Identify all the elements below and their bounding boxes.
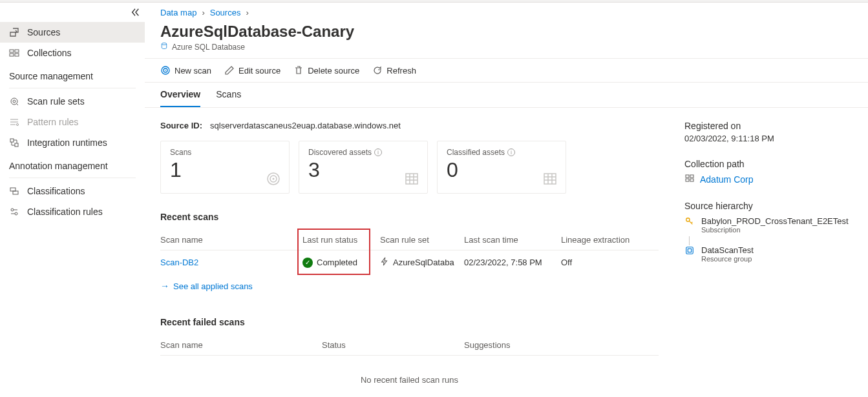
- lineage-value: Off: [561, 250, 659, 275]
- sidebar-item-scan-rule-sets[interactable]: Scan rule sets: [0, 91, 145, 112]
- svg-rect-25: [690, 179, 693, 181]
- sidebar-item-integration-runtimes[interactable]: Integration runtimes: [0, 132, 145, 153]
- edit-source-button[interactable]: Edit source: [224, 65, 281, 76]
- sidebar-item-classifications[interactable]: Classifications: [0, 181, 145, 201]
- th-last-run-status[interactable]: Last run status: [302, 230, 380, 250]
- card-scans-label: Scans: [170, 148, 280, 157]
- new-scan-button[interactable]: New scan: [160, 65, 211, 76]
- arrow-right-icon: →: [160, 281, 169, 291]
- sidebar-item-label: Sources: [27, 27, 60, 37]
- sidebar-heading-source-management: Source management: [0, 63, 145, 85]
- svg-point-16: [165, 70, 166, 71]
- key-icon: [684, 216, 695, 227]
- card-discovered-value: 3: [308, 158, 418, 182]
- svg-rect-8: [15, 143, 18, 147]
- scan-name-link[interactable]: Scan-DB2: [160, 258, 198, 267]
- lightning-icon: [380, 257, 389, 268]
- table-grid-icon: [404, 171, 419, 187]
- status-text: Completed: [317, 258, 357, 267]
- classification-rules-icon: [9, 207, 19, 217]
- hierarchy-item-resource-group: DataScanTest Resource group: [684, 245, 852, 263]
- th-lineage-extraction[interactable]: Lineage extraction: [561, 230, 659, 250]
- svg-rect-22: [686, 175, 689, 178]
- recent-failed-scans-title: Recent failed scans: [160, 317, 659, 327]
- card-scans[interactable]: Scans 1: [160, 141, 290, 194]
- collection-path-link[interactable]: Adatum Corp: [700, 174, 753, 185]
- card-discovered-label: Discovered assets: [308, 148, 372, 157]
- rule-set-value: AzureSqlDataba: [393, 258, 454, 267]
- classifications-icon: [9, 186, 19, 196]
- sidebar-item-collections[interactable]: Collections: [0, 43, 145, 63]
- toolbar: New scan Edit source Delete source Refre…: [145, 59, 868, 83]
- hierarchy-subscription-name: Babylon_PROD_CrossTenant_E2ETest: [701, 216, 849, 226]
- target-icon: [160, 65, 171, 76]
- breadcrumb-data-map[interactable]: Data map: [160, 8, 196, 17]
- svg-rect-23: [690, 175, 693, 178]
- hierarchy-rg-name: DataScanTest: [701, 245, 754, 255]
- svg-point-11: [11, 209, 14, 211]
- th-scan-name[interactable]: Scan name: [160, 230, 302, 250]
- integration-runtimes-icon: [9, 137, 19, 148]
- recent-scans-title: Recent scans: [160, 212, 659, 222]
- collapse-sidebar-button[interactable]: [0, 3, 145, 22]
- svg-rect-1: [15, 50, 19, 52]
- svg-rect-7: [10, 139, 14, 142]
- see-all-applied-scans-link[interactable]: → See all applied scans: [160, 281, 659, 291]
- chevron-right-icon: ›: [202, 8, 204, 17]
- delete-source-button[interactable]: Delete source: [293, 65, 359, 76]
- tabs: Overview Scans: [145, 83, 868, 108]
- card-classified-assets[interactable]: Classified assets i 0: [437, 141, 566, 194]
- svg-rect-3: [15, 54, 19, 56]
- breadcrumb: Data map › Sources ›: [145, 3, 868, 20]
- svg-point-12: [15, 212, 17, 215]
- svg-rect-28: [688, 249, 691, 252]
- sidebar: Sources Collections Source management Sc…: [0, 3, 145, 397]
- page-subtitle: Azure SQL Database: [172, 43, 245, 52]
- sidebar-item-label: Integration runtimes: [27, 137, 107, 148]
- chevron-double-left-icon: [131, 8, 140, 17]
- sidebar-item-label: Scan rule sets: [27, 96, 85, 107]
- hierarchy-rg-type: Resource group: [701, 255, 754, 263]
- th-failed-scan-name[interactable]: Scan name: [160, 335, 322, 356]
- svg-rect-21: [544, 174, 556, 184]
- tab-scans[interactable]: Scans: [216, 83, 241, 107]
- th-failed-suggestions[interactable]: Suggestions: [464, 335, 659, 356]
- sidebar-item-label: Collections: [27, 48, 71, 58]
- target-icon: [266, 171, 281, 187]
- tab-overview[interactable]: Overview: [160, 83, 200, 107]
- card-classified-value: 0: [447, 158, 556, 182]
- svg-rect-10: [13, 191, 18, 194]
- th-last-scan-time[interactable]: Last scan time: [464, 230, 561, 250]
- table-row: Scan-DB2 ✓ Completed: [160, 250, 659, 275]
- card-classified-label: Classified assets: [447, 148, 505, 157]
- th-failed-status[interactable]: Status: [322, 335, 464, 356]
- edit-icon: [224, 65, 235, 76]
- hierarchy-item-subscription: Babylon_PROD_CrossTenant_E2ETest Subscri…: [684, 216, 852, 234]
- chevron-right-icon: ›: [246, 8, 248, 17]
- delete-icon: [293, 65, 304, 76]
- last-scan-time: 02/23/2022, 7:58 PM: [464, 250, 561, 275]
- svg-rect-20: [406, 174, 418, 184]
- info-icon[interactable]: i: [374, 148, 382, 156]
- sources-icon: [9, 27, 19, 37]
- hierarchy-subscription-type: Subscription: [701, 226, 849, 234]
- sidebar-item-label: Classification rules: [27, 207, 103, 217]
- sidebar-item-sources[interactable]: Sources: [0, 22, 145, 43]
- sidebar-item-pattern-rules[interactable]: Pattern rules: [0, 112, 145, 132]
- card-discovered-assets[interactable]: Discovered assets i 3: [299, 141, 428, 194]
- check-circle-icon: ✓: [302, 258, 313, 268]
- scan-rule-sets-icon: [9, 96, 19, 107]
- table-grid-icon: [542, 171, 558, 187]
- collections-icon: [9, 48, 19, 58]
- refresh-button[interactable]: Refresh: [372, 65, 416, 76]
- svg-rect-27: [686, 247, 693, 254]
- th-scan-rule-set[interactable]: Scan rule set: [380, 230, 464, 250]
- collection-path-label: Collection path: [684, 159, 852, 169]
- info-icon[interactable]: i: [507, 148, 515, 156]
- page-title: AzureSqlDatabase-Canary: [160, 23, 852, 41]
- main-content: Data map › Sources › AzureSqlDatabase-Ca…: [145, 3, 868, 397]
- breadcrumb-sources[interactable]: Sources: [210, 8, 241, 17]
- sidebar-item-label: Pattern rules: [27, 117, 78, 127]
- sidebar-heading-annotation-management: Annotation management: [0, 153, 145, 175]
- sidebar-item-classification-rules[interactable]: Classification rules: [0, 201, 145, 222]
